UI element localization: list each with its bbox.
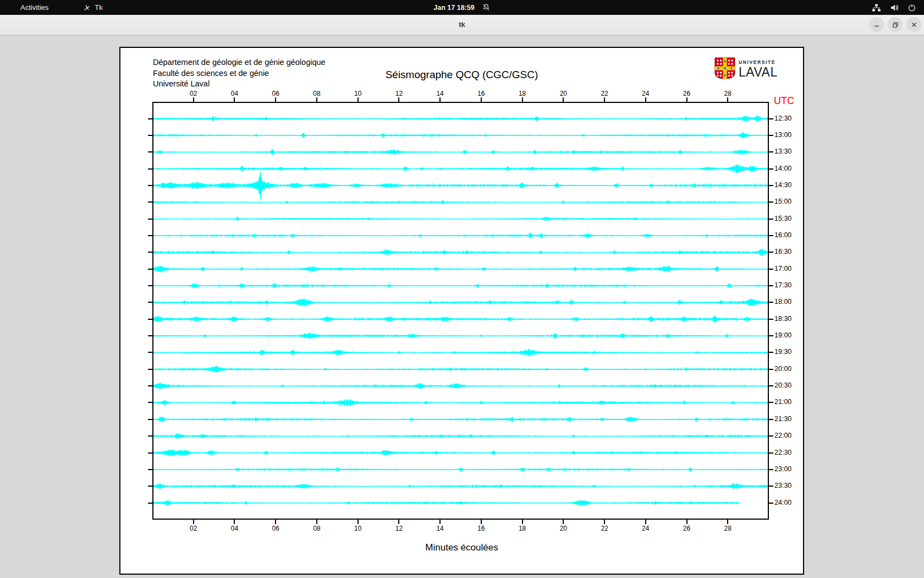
trace-tick-right [769,235,773,236]
gnome-top-bar: Activities Tk Jan 17 18:59 [0,0,924,15]
universite-laval-logo: UNIVERSITÉ LAVAL [714,58,787,81]
trace-tick-right [769,135,773,136]
x-tick-label-top: 08 [309,90,325,97]
x-tick-bottom [275,520,276,524]
utc-time-label: 20:00 [774,365,791,373]
trace-tick-left [148,235,152,236]
trace-tick-right [769,269,773,270]
trace-tick-left [148,335,152,336]
x-tick-label-bottom: 20 [555,525,571,532]
x-tick-top [522,97,523,102]
x-tick-bottom [645,520,646,524]
restore-button[interactable] [888,17,903,32]
trace-tick-right [769,352,773,353]
x-tick-label-top: 02 [185,90,202,97]
utc-time-label: 22:30 [774,449,791,456]
utc-time-label: 19:30 [774,348,791,356]
trace-tick-right [769,486,773,487]
tk-app-icon [83,4,91,12]
trace-tick-left [148,402,152,403]
x-tick-label-bottom: 18 [514,525,531,532]
trace-tick-right [769,219,773,220]
x-tick-label-top: 06 [267,90,284,97]
utc-time-label: 19:00 [774,331,791,339]
utc-time-label: 16:00 [774,231,791,239]
x-tick-bottom [563,520,564,524]
utc-time-label: 12:30 [774,114,791,122]
tk-app-label: Tk [95,3,102,12]
x-tick-bottom [193,520,194,524]
laval-wordmark: UNIVERSITÉ LAVAL [739,60,778,79]
trace-tick-left [148,385,152,386]
trace-tick-left [148,503,152,504]
x-tick-label-bottom: 06 [267,525,284,532]
x-tick-top [358,97,359,102]
x-tick-label-top: 28 [719,90,736,97]
utc-time-label: 17:30 [774,281,791,289]
volume-icon [890,3,899,12]
x-tick-bottom [727,520,728,524]
x-tick-label-bottom: 14 [432,525,448,532]
trace-tick-right [769,168,773,170]
trace-tick-left [148,419,152,420]
x-tick-label-bottom: 28 [719,525,736,532]
x-tick-top [193,97,194,102]
laval-wordmark-top: UNIVERSITÉ [739,60,778,65]
x-tick-top [439,97,441,102]
utc-time-label: 24:00 [774,499,791,506]
chart-title: Séismographe QCQ (CGC/GSC) [120,69,803,81]
trace-tick-right [769,402,773,403]
trace-tick-left [148,201,152,203]
x-tick-label-top: 10 [350,90,366,97]
window-title-bar[interactable]: tk [0,15,924,35]
x-tick-label-bottom: 24 [637,525,654,532]
x-tick-bottom [316,520,317,524]
utc-time-label: 18:00 [774,298,791,306]
trace-tick-right [769,201,773,203]
notifications-muted-icon [482,3,491,12]
x-tick-label-bottom: 08 [309,525,325,532]
header-line-1: Département de géologie et de génie géol… [153,57,326,68]
x-tick-top [563,97,564,102]
x-tick-bottom [481,520,482,524]
trace-tick-left [148,151,152,152]
x-tick-top [645,97,646,102]
x-tick-top [275,97,276,102]
trace-tick-left [148,118,152,119]
utc-time-label: 18:30 [774,315,791,323]
trace-tick-left [148,219,152,220]
x-tick-label-top: 12 [391,90,407,97]
x-tick-top [481,97,482,102]
utc-time-label: 15:30 [774,215,791,222]
x-tick-top [234,97,235,102]
trace-tick-left [148,269,152,270]
x-tick-top [604,97,605,102]
x-axis-title: Minutes écoulées [120,542,803,553]
minimize-button[interactable] [869,17,884,32]
trace-tick-right [769,503,773,504]
trace-tick-left [148,435,152,437]
focused-app-indicator[interactable]: Tk [83,3,102,12]
close-button[interactable] [906,17,921,32]
trace-tick-right [769,435,773,437]
trace-tick-left [148,135,152,136]
activities-button[interactable]: Activities [16,2,53,13]
utc-time-label: 14:00 [774,165,791,172]
x-tick-label-bottom: 02 [185,525,202,532]
trace-tick-left [148,369,152,370]
utc-time-label: 20:30 [774,381,791,389]
trace-tick-right [769,302,773,303]
system-status-area[interactable] [872,3,916,12]
trace-tick-left [148,352,152,353]
x-tick-top [727,97,728,102]
trace-tick-right [769,319,773,320]
trace-tick-right [769,185,773,186]
trace-tick-right [769,385,773,386]
x-tick-label-bottom: 26 [679,525,695,532]
laval-wordmark-bottom: LAVAL [739,66,778,79]
x-tick-bottom [398,520,399,524]
clock[interactable]: Jan 17 18:59 [433,4,474,12]
utc-time-label: 13:30 [774,148,791,155]
x-tick-bottom [439,520,441,524]
trace-tick-left [148,252,152,253]
